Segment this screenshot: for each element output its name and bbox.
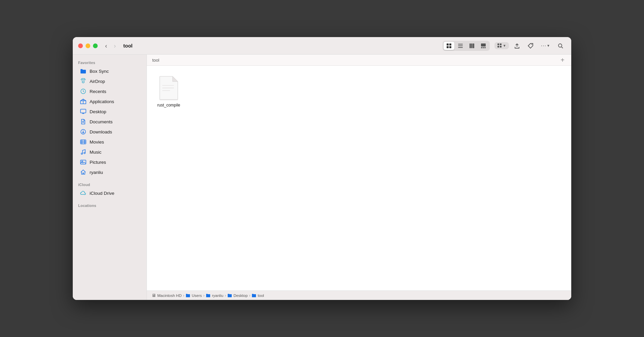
sidebar-item-label: Music — [90, 150, 101, 155]
sidebar-item-label: Movies — [90, 140, 104, 145]
sidebar-item-documents[interactable]: Documents — [75, 117, 144, 126]
breadcrumb-sep-3: › — [225, 293, 226, 298]
svg-rect-2 — [447, 46, 449, 48]
svg-rect-4 — [458, 44, 463, 44]
svg-rect-32 — [80, 140, 86, 144]
svg-rect-25 — [80, 109, 86, 113]
svg-rect-13 — [484, 47, 486, 48]
content-area: tool + — [147, 55, 571, 300]
downloads-icon — [80, 129, 86, 135]
sidebar-item-applications[interactable]: Applications — [75, 97, 144, 106]
sidebar-item-label: AirDrop — [90, 79, 105, 84]
body: Favorites Box Sync — [73, 55, 571, 300]
sidebar-item-label: iCloud Drive — [90, 191, 115, 196]
gallery-view-button[interactable] — [478, 42, 489, 50]
svg-rect-0 — [447, 43, 449, 45]
hd-icon: 🖥 — [152, 293, 156, 298]
folder-small-icon-4 — [252, 293, 256, 298]
breadcrumb-desktop-label: Desktop — [233, 294, 248, 298]
sidebar-item-ryanliu[interactable]: ryanliu — [75, 167, 144, 177]
svg-point-21 — [82, 81, 84, 83]
breadcrumb-hd-label: Macintosh HD — [157, 294, 182, 298]
sidebar-item-music[interactable]: Music — [75, 147, 144, 157]
svg-rect-7 — [470, 43, 471, 48]
sidebar-item-label: Pictures — [90, 160, 106, 165]
svg-rect-11 — [481, 47, 482, 48]
file-name-rust-compile: rust_compile — [157, 103, 180, 108]
folder-small-icon-2 — [206, 293, 211, 298]
back-button[interactable]: ‹ — [103, 41, 109, 50]
sidebar-item-label: Box Sync — [90, 69, 109, 74]
icloud-label: iCloud — [73, 180, 147, 188]
folder-icon — [80, 68, 86, 74]
svg-point-38 — [84, 152, 85, 154]
maximize-button[interactable] — [93, 43, 98, 48]
sidebar-item-label: ryanliu — [90, 170, 103, 175]
path-bar: tool + — [147, 55, 571, 66]
sidebar-item-desktop[interactable]: Desktop — [75, 107, 144, 116]
icon-view-button[interactable] — [444, 42, 454, 50]
breadcrumb-desktop[interactable]: Desktop — [227, 293, 248, 298]
close-button[interactable] — [78, 43, 83, 48]
folder-small-icon-3 — [227, 293, 232, 298]
breadcrumb-tool[interactable]: tool — [252, 293, 264, 298]
sidebar-item-downloads[interactable]: Downloads — [75, 127, 144, 136]
svg-rect-9 — [473, 43, 474, 48]
forward-button[interactable]: › — [112, 41, 118, 50]
breadcrumb-hd[interactable]: 🖥 Macintosh HD — [152, 293, 182, 298]
sidebar-item-recents[interactable]: Recents — [75, 87, 144, 96]
toolbar: ‹ › tool — [73, 37, 571, 55]
locations-label: Locations — [73, 201, 147, 209]
airdrop-icon — [80, 78, 86, 84]
breadcrumb-users-label: Users — [192, 294, 202, 298]
svg-rect-3 — [449, 46, 451, 48]
pictures-icon — [80, 159, 86, 165]
svg-rect-10 — [481, 43, 486, 47]
add-tab-button[interactable]: + — [559, 57, 566, 63]
svg-rect-1 — [449, 43, 451, 45]
breadcrumb-sep-1: › — [183, 293, 184, 298]
breadcrumb-sep-2: › — [203, 293, 204, 298]
file-item-rust-compile[interactable]: rust_compile — [154, 72, 184, 110]
more-button[interactable]: ··· ▼ — [539, 41, 552, 51]
movies-icon — [80, 139, 86, 145]
status-bar: 🖥 Macintosh HD › Users › ryanliu — [147, 290, 571, 300]
window-title: tool — [123, 43, 133, 49]
svg-rect-39 — [80, 160, 86, 164]
sidebar: Favorites Box Sync — [73, 55, 147, 300]
share-button[interactable] — [512, 41, 522, 51]
finder-window: ‹ › tool — [73, 37, 571, 300]
clock-icon — [80, 88, 86, 94]
minimize-button[interactable] — [86, 43, 90, 48]
search-button[interactable] — [555, 41, 566, 51]
sidebar-item-box-sync[interactable]: Box Sync — [75, 66, 144, 76]
sidebar-item-airdrop[interactable]: AirDrop — [75, 76, 144, 86]
path-bar-title: tool — [152, 58, 159, 63]
view-buttons — [443, 41, 490, 51]
files-area: rust_compile — [147, 66, 571, 290]
list-view-button[interactable] — [455, 42, 466, 50]
sidebar-item-label: Recents — [90, 89, 106, 94]
sidebar-item-movies[interactable]: Movies — [75, 137, 144, 147]
folder-small-icon — [186, 293, 190, 298]
documents-icon — [80, 119, 86, 125]
group-button[interactable]: ▼ — [494, 42, 509, 49]
svg-rect-16 — [497, 46, 499, 48]
home-icon — [80, 169, 86, 175]
desktop-icon — [80, 109, 86, 115]
breadcrumb-users[interactable]: Users — [186, 293, 202, 298]
column-view-button[interactable] — [466, 42, 477, 50]
tag-button[interactable] — [525, 41, 536, 51]
sidebar-item-label: Downloads — [90, 129, 112, 134]
sidebar-item-label: Desktop — [90, 109, 106, 114]
sidebar-item-icloud-drive[interactable]: iCloud Drive — [75, 188, 144, 198]
sidebar-item-label: Documents — [90, 119, 112, 124]
svg-rect-15 — [500, 43, 502, 45]
music-icon — [80, 149, 86, 155]
cloud-icon — [80, 190, 86, 196]
svg-rect-5 — [458, 45, 463, 46]
traffic-lights — [78, 43, 98, 48]
breadcrumb-ryanliu[interactable]: ryanliu — [206, 293, 223, 298]
sidebar-item-pictures[interactable]: Pictures — [75, 157, 144, 167]
breadcrumb-tool-label: tool — [258, 294, 264, 298]
